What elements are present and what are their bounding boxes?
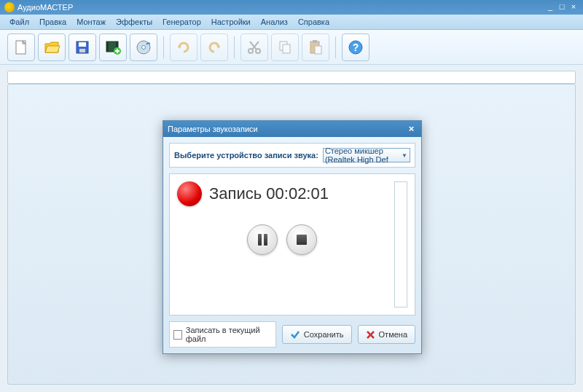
recording-dialog: Параметры звукозаписи × Выберите устройс…: [163, 120, 422, 354]
status-prefix: Запись: [209, 184, 262, 203]
svg-rect-3: [79, 42, 86, 47]
svg-rect-6: [106, 42, 109, 52]
toolbar-separator: [234, 36, 235, 58]
check-icon: [290, 329, 300, 340]
paste-button[interactable]: [302, 34, 329, 61]
redo-icon: [175, 39, 192, 56]
recording-controls: [177, 224, 387, 255]
save-button[interactable]: [69, 34, 96, 61]
device-select[interactable]: Стерео микшер (Realtek High Def: [323, 148, 410, 162]
menu-settings[interactable]: Настройки: [206, 16, 256, 28]
undo-icon: [206, 39, 223, 56]
new-file-icon: [12, 39, 30, 56]
menu-montage[interactable]: Монтаж: [71, 16, 111, 28]
device-value: Стерео микшер (Realtek High Def: [325, 146, 408, 164]
level-meter: [394, 181, 407, 307]
recording-time: 00:02:01: [266, 184, 329, 203]
folder-open-icon: [43, 39, 60, 56]
cancel-recording-button[interactable]: Отмена: [358, 325, 415, 344]
device-row: Выберите устройство записи звука: Стерео…: [169, 143, 415, 168]
x-icon: [366, 330, 375, 340]
recording-panel: Запись 00:02:01: [169, 173, 415, 315]
new-file-button[interactable]: [7, 34, 35, 61]
dialog-close-button[interactable]: ×: [406, 124, 417, 135]
svg-rect-19: [315, 46, 321, 54]
menu-help[interactable]: Справка: [293, 16, 334, 28]
minimize-button[interactable]: _: [545, 2, 555, 12]
cancel-label: Отмена: [379, 330, 407, 339]
menu-effects[interactable]: Эффекты: [111, 16, 157, 28]
help-icon: ?: [347, 39, 364, 56]
pause-icon: [258, 234, 267, 246]
dialog-titlebar: Параметры звукозаписи ×: [163, 121, 421, 137]
add-video-button[interactable]: [99, 34, 127, 61]
stop-icon: [297, 235, 307, 245]
svg-rect-18: [313, 40, 317, 43]
svg-text:?: ?: [353, 42, 359, 53]
save-label: Сохранить: [304, 330, 344, 339]
menubar: Файл Правка Монтаж Эффекты Генератор Нас…: [0, 15, 583, 30]
record-to-current-checkbox[interactable]: [173, 330, 182, 340]
svg-point-10: [142, 45, 146, 49]
scissors-icon: [246, 39, 263, 56]
dialog-title: Параметры звукозаписи: [168, 125, 406, 133]
titlebar: АудиоМАСТЕР _ □ ×: [0, 0, 583, 15]
undo-button[interactable]: [200, 34, 228, 61]
device-label: Выберите устройство записи звука:: [174, 151, 318, 160]
stop-button[interactable]: [286, 224, 317, 255]
help-button[interactable]: ?: [342, 34, 369, 61]
svg-rect-16: [283, 44, 290, 53]
recording-status: Запись 00:02:01: [209, 184, 329, 203]
burn-cd-button[interactable]: [130, 34, 157, 61]
copy-icon: [276, 39, 294, 56]
app-icon: [4, 2, 15, 12]
dialog-body: Выберите устройство записи звука: Стерео…: [163, 137, 421, 353]
dialog-footer: Записать в текущий файл Сохранить Отмена: [169, 321, 415, 348]
save-recording-button[interactable]: Сохранить: [282, 325, 352, 344]
menu-edit[interactable]: Правка: [34, 16, 71, 28]
recording-header: Запись 00:02:01: [177, 181, 387, 206]
toolbar-separator: [335, 36, 336, 58]
save-icon: [74, 39, 91, 56]
toolbar-separator: [163, 36, 164, 58]
paste-icon: [307, 39, 324, 56]
app-title: АудиоМАСТЕР: [17, 3, 545, 12]
close-button[interactable]: ×: [568, 2, 579, 12]
redo-button[interactable]: [170, 34, 197, 61]
record-to-current-row[interactable]: Записать в текущий файл: [169, 321, 276, 348]
toolbar: ?: [0, 30, 583, 65]
open-file-button[interactable]: [38, 34, 66, 61]
record-indicator-icon: [177, 181, 202, 206]
svg-rect-4: [79, 49, 85, 52]
record-to-current-label: Записать в текущий файл: [186, 326, 272, 343]
menu-generator[interactable]: Генератор: [157, 16, 206, 28]
recording-main: Запись 00:02:01: [177, 181, 387, 307]
cut-button[interactable]: [240, 34, 268, 61]
pause-button[interactable]: [247, 224, 278, 255]
track-bar[interactable]: [7, 71, 576, 84]
cd-icon: [135, 39, 152, 56]
video-add-icon: [104, 39, 122, 56]
menu-file[interactable]: Файл: [4, 16, 34, 28]
copy-button[interactable]: [271, 34, 299, 61]
window-controls: _ □ ×: [545, 2, 579, 12]
maximize-button[interactable]: □: [557, 2, 567, 12]
menu-analysis[interactable]: Анализ: [256, 16, 293, 28]
